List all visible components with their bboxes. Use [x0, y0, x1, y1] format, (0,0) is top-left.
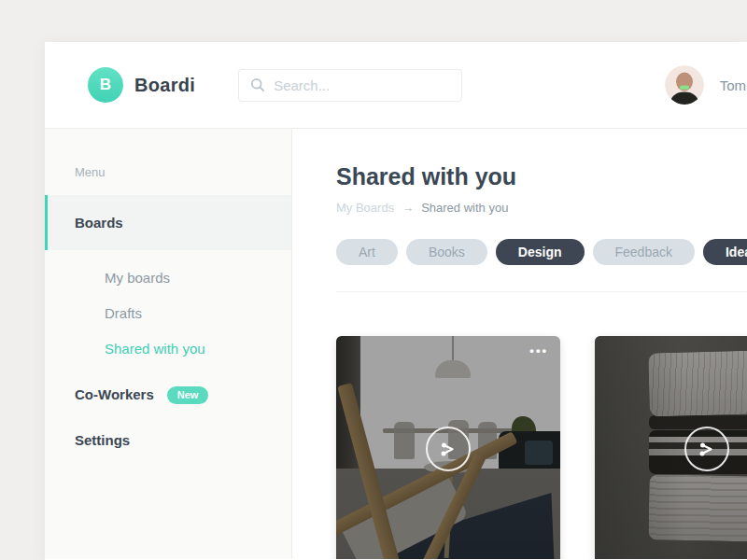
tag-art[interactable]: Art	[336, 239, 398, 265]
board-card-books[interactable]	[595, 336, 747, 559]
share-icon	[437, 438, 459, 460]
user-name: Tom	[720, 77, 746, 93]
sidebar-item-drafts[interactable]: Drafts	[45, 296, 291, 331]
tag-books[interactable]: Books	[406, 239, 487, 265]
sidebar-nav: Menu Boards My boards Drafts Shared with…	[45, 129, 292, 559]
sidebar-item-my-boards[interactable]: My boards	[45, 260, 291, 296]
breadcrumb-current: Shared with you	[421, 201, 508, 215]
sidebar-section-label: Menu	[45, 129, 291, 195]
breadcrumb: My Boards → Shared with you	[336, 201, 747, 215]
sidebar-item-co-workers[interactable]: Co-Workers New	[45, 377, 291, 413]
share-button[interactable]	[684, 427, 729, 471]
breadcrumb-arrow-icon: →	[402, 201, 414, 215]
board-card-interior[interactable]: •••	[336, 336, 560, 559]
sidebar-item-settings[interactable]: Settings	[45, 423, 291, 458]
share-icon	[696, 438, 718, 460]
search-icon	[250, 77, 265, 92]
app-logo-icon[interactable]: B	[88, 67, 123, 103]
content-divider	[336, 291, 747, 292]
tag-filter-row: Art Books Design Feedback Ideas S	[336, 239, 747, 265]
top-header: B Boardi Tom	[45, 42, 747, 129]
page-title: Shared with you	[336, 164, 747, 189]
tag-design[interactable]: Design	[496, 239, 585, 265]
share-button[interactable]	[426, 427, 471, 471]
sidebar-item-shared-with-you[interactable]: Shared with you	[45, 331, 291, 367]
app-window: B Boardi Tom	[45, 42, 747, 560]
sidebar-item-boards[interactable]: Boards	[45, 195, 291, 250]
user-menu[interactable]: Tom	[665, 65, 746, 105]
app-title: Boardi	[134, 75, 195, 96]
breadcrumb-parent[interactable]: My Boards	[336, 201, 394, 215]
main-content: Shared with you My Boards → Shared with …	[292, 129, 747, 559]
board-grid: •••	[336, 336, 747, 559]
new-badge: New	[167, 386, 209, 404]
user-avatar[interactable]	[665, 65, 704, 105]
avatar-photo	[665, 65, 704, 105]
search-input[interactable]	[274, 77, 432, 93]
more-options-icon[interactable]: •••	[529, 343, 548, 357]
tag-feedback[interactable]: Feedback	[593, 239, 695, 265]
tag-ideas[interactable]: Ideas	[703, 239, 747, 265]
search-box[interactable]	[238, 69, 462, 102]
